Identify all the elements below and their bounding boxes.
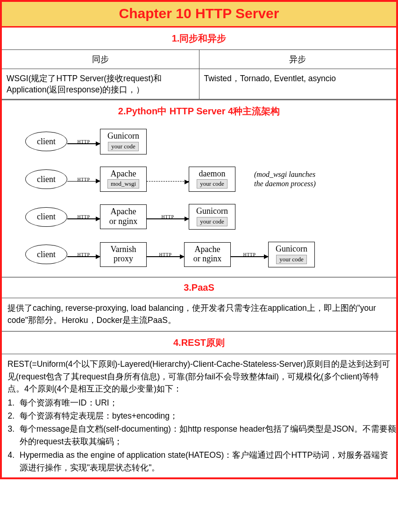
your-code-badge: your code xyxy=(276,255,307,264)
col-async-body: Twisted，Tornado, Eventlet, asyncio xyxy=(199,69,396,99)
gunicorn-box: Gunicorn your code xyxy=(268,242,315,267)
document-root: Chapter 10 HTTP Server 1.同步和异步 同步 异步 WSG… xyxy=(0,0,398,479)
chapter-title: Chapter 10 HTTP Server xyxy=(2,2,396,28)
col-async-header: 异步 xyxy=(199,50,396,69)
dashed-arrow xyxy=(147,177,189,182)
http-arrow: HTTP xyxy=(147,214,189,219)
architecture-diagram: client HTTP Gunicorn your code client HT… xyxy=(2,122,396,277)
client-node: client xyxy=(25,207,67,227)
http-arrow: HTTP xyxy=(67,252,100,257)
rest-principles-list: 每个资源有唯一ID：URI； 每个资源有特定表现层：bytes+encoding… xyxy=(2,397,396,474)
list-item: 每个资源有唯一ID：URI； xyxy=(17,397,396,409)
list-item: Hypermedia as the engine of application … xyxy=(17,449,396,474)
client-node: client xyxy=(25,169,67,189)
diagram-row-4: client HTTP Varnish proxy HTTP Apache or… xyxy=(13,242,396,267)
apache-nginx-box: Apache or nginx xyxy=(100,204,147,229)
http-arrow: HTTP xyxy=(231,252,268,257)
diagram-row-1: client HTTP Gunicorn your code xyxy=(13,129,396,154)
diagram-row-3: client HTTP Apache or nginx HTTP Gunicor… xyxy=(13,204,396,230)
varnish-box: Varnish proxy xyxy=(100,242,147,267)
col-sync-header: 同步 xyxy=(2,50,199,69)
gunicorn-box: Gunicorn your code xyxy=(100,129,147,154)
apache-nginx-box: Apache or nginx xyxy=(184,242,231,267)
section1-header: 1.同步和异步 xyxy=(2,28,396,49)
daemon-box: daemon your code xyxy=(189,167,235,192)
mod-wsgi-note: (mod_wsgi launches the daemon process) xyxy=(254,170,316,189)
list-item: 每个资源有特定表现层：bytes+encoding； xyxy=(17,410,396,422)
list-item: 每个message是自文档(self-documenting)：如http re… xyxy=(17,423,396,448)
your-code-badge: your code xyxy=(197,179,227,189)
section3-header: 3.PaaS xyxy=(2,278,396,298)
diagram-row-2: client HTTP Apache mod_wsgi daemon your … xyxy=(13,167,396,192)
http-arrow: HTTP xyxy=(67,214,100,219)
gunicorn-box: Gunicorn your code xyxy=(189,204,235,230)
http-arrow: HTTP xyxy=(67,139,100,144)
http-arrow: HTTP xyxy=(67,177,100,182)
client-node: client xyxy=(25,132,67,151)
mod-wsgi-badge: mod_wsgi xyxy=(107,179,139,189)
section4-intro: REST(=Uniform(4个以下原则)-Layered(Hierarchy)… xyxy=(2,354,396,395)
apache-box: Apache mod_wsgi xyxy=(100,167,147,192)
client-node: client xyxy=(25,245,67,264)
your-code-badge: your code xyxy=(108,142,139,151)
sync-async-table: 同步 异步 WSGI(规定了HTTP Server(接收request)和App… xyxy=(2,49,396,99)
col-sync-body: WSGI(规定了HTTP Server(接收request)和Applicati… xyxy=(2,69,199,99)
section3-body: 提供了caching, reverse-proxying, load balan… xyxy=(2,298,396,331)
your-code-badge: your code xyxy=(197,217,227,226)
section4-header: 4.REST原则 xyxy=(2,332,396,354)
http-arrow: HTTP xyxy=(147,252,184,257)
section2-header: 2.Python中 HTTP Server 4种主流架构 xyxy=(2,100,396,122)
